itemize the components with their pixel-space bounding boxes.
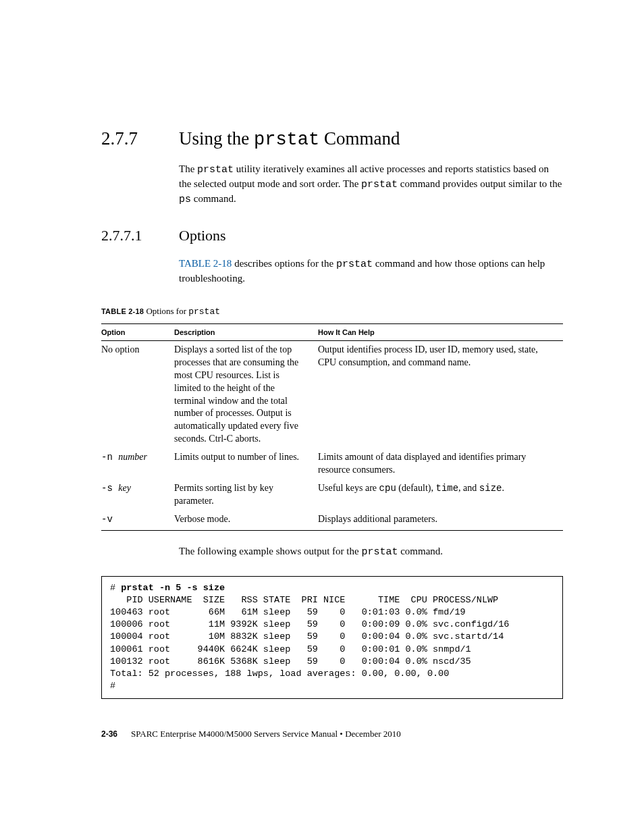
oi-t1: describes options for the (232, 258, 336, 269)
opt-code: -n (101, 452, 118, 463)
intro-c1: prstat (197, 164, 234, 176)
section-title-post: Command (319, 128, 400, 149)
table-row: No option Displays a sorted list of the … (101, 341, 563, 449)
h-c3: size (479, 483, 502, 494)
oi-c1: prstat (336, 259, 373, 270)
cell-description: Verbose mode. (174, 511, 318, 530)
ex-t1: The following example shows output for t… (179, 546, 361, 556)
code-line: Total: 52 processes, 188 lwps, load aver… (110, 669, 449, 679)
intro-c2: prstat (361, 179, 398, 190)
h-pre: Useful keys are (318, 483, 379, 493)
cell-description: Permits sorting list by key parameter. (174, 479, 318, 511)
cell-help: Useful keys are cpu (default), time, and… (318, 479, 563, 511)
intro-t3: command provides output similar to the (398, 178, 562, 189)
opt-arg: number (118, 452, 147, 462)
code-line: PID USERNAME SIZE RSS STATE PRI NICE TIM… (110, 595, 498, 605)
table-caption-label: TABLE 2-18 (101, 307, 144, 315)
table-ref-link[interactable]: TABLE 2-18 (179, 258, 232, 269)
cell-option: No option (101, 341, 174, 449)
page: 2.7.7 Using the prstat Command The prsta… (0, 0, 644, 834)
ex-t2: command. (398, 546, 443, 556)
table-caption-code: prstat (188, 307, 220, 317)
table-row: -s key Permits sorting list by key param… (101, 479, 563, 511)
cell-help: Output identifies process ID, user ID, m… (318, 341, 563, 449)
subsection-number: 2.7.7.1 (101, 227, 179, 244)
h-m2: , and (458, 483, 479, 493)
code-line: 100463 root 66M 61M sleep 59 0 0:01:03 0… (110, 607, 466, 617)
th-help: How It Can Help (318, 324, 563, 341)
opt-code: -v (101, 514, 113, 525)
intro-t1: The (179, 163, 197, 174)
cell-option: -v (101, 511, 174, 530)
h-post: . (502, 483, 504, 493)
footer-text: SPARC Enterprise M4000/M5000 Servers Ser… (131, 729, 401, 739)
page-number: 2-36 (101, 729, 117, 739)
code-example: # prstat -n 5 -s size PID USERNAME SIZE … (101, 576, 563, 699)
h-m1: (default), (396, 483, 436, 493)
options-table: Option Description How It Can Help No op… (101, 323, 563, 531)
code-line: # (110, 681, 115, 691)
options-intro: TABLE 2-18 describes options for the prs… (179, 257, 563, 286)
ex-c1: prstat (361, 546, 398, 558)
subsection-heading: 2.7.7.1 Options (101, 227, 563, 244)
table-caption-pre: Options for (144, 306, 188, 316)
table-row: -n number Limits output to number of lin… (101, 448, 563, 479)
code-line: 100132 root 8616K 5368K sleep 59 0 0:00:… (110, 656, 471, 667)
example-intro: The following example shows output for t… (179, 544, 563, 559)
h-c2: time (436, 483, 459, 494)
table-header-row: Option Description How It Can Help (101, 324, 563, 341)
intro-c3: ps (179, 194, 191, 205)
th-option: Option (101, 324, 174, 341)
cell-option: -s key (101, 479, 174, 511)
code-line: 100061 root 9440K 6624K sleep 59 0 0:00:… (110, 644, 471, 654)
opt-arg: key (118, 483, 131, 493)
intro-t4: command. (191, 193, 236, 204)
section-title-pre: Using the (179, 128, 254, 149)
subsection-title: Options (179, 227, 226, 244)
table-caption: TABLE 2-18 Options for prstat (101, 306, 563, 317)
code-line: 100004 root 10M 8832K sleep 59 0 0:00:04… (110, 631, 504, 642)
section-number: 2.7.7 (101, 128, 179, 149)
intro-paragraph: The prstat utility iteratively examines … (179, 162, 563, 207)
cell-help: Displays additional parameters. (318, 511, 563, 530)
prompt: # (110, 583, 121, 593)
table-row: -v Verbose mode. Displays additional par… (101, 511, 563, 530)
section-title: Using the prstat Command (179, 128, 400, 150)
h-c1: cpu (379, 483, 396, 494)
cell-description: Displays a sorted list of the top proces… (174, 341, 318, 449)
th-description: Description (174, 324, 318, 341)
code-line: 100006 root 11M 9392K sleep 59 0 0:00:09… (110, 619, 509, 629)
cell-option: -n number (101, 448, 174, 479)
cell-help: Limits amount of data displayed and iden… (318, 448, 563, 479)
page-footer: 2-36SPARC Enterprise M4000/M5000 Servers… (101, 729, 401, 739)
section-heading: 2.7.7 Using the prstat Command (101, 128, 563, 150)
cell-description: Limits output to number of lines. (174, 448, 318, 479)
opt-code: -s (101, 483, 118, 494)
command: prstat -n 5 -s size (121, 583, 225, 593)
section-title-code: prstat (254, 130, 319, 150)
